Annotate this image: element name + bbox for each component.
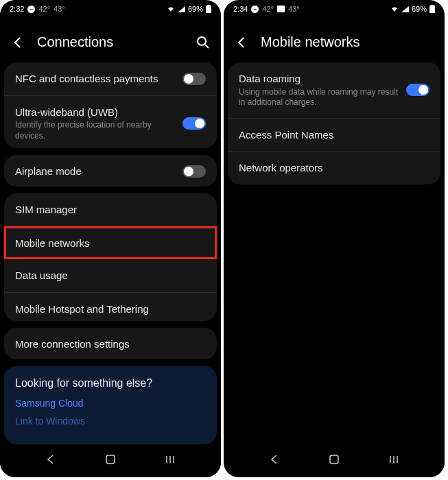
more-label: More connection settings [15, 337, 206, 351]
dnd-icon: − [27, 5, 35, 13]
row-uwb[interactable]: Ultra-wideband (UWB) Identify the precis… [4, 96, 217, 148]
row-hotspot[interactable]: Mobile Hotspot and Tethering [4, 293, 217, 321]
back-icon[interactable] [11, 36, 25, 49]
mobile-label: Mobile networks [15, 237, 206, 250]
hotspot-label: Mobile Hotspot and Tethering [15, 302, 206, 316]
roaming-sub: Using mobile data while roaming may resu… [239, 87, 406, 108]
phone-left: 2:32 − 42° 43° 69% Connections NFC and c… [0, 0, 221, 477]
nfc-label: NFC and contactless payments [15, 72, 182, 86]
card-connectivity: NFC and contactless payments Ultra-wideb… [4, 62, 217, 148]
row-operators[interactable]: Network operators [228, 152, 440, 184]
status-temp2: 43° [54, 5, 65, 13]
nav-back[interactable] [261, 453, 288, 466]
promo-link-cloud[interactable]: Samsung Cloud [15, 398, 206, 409]
airplane-label: Airplane mode [15, 165, 182, 178]
status-battery: 69% [188, 5, 203, 13]
battery-icon [429, 5, 435, 13]
wifi-icon [390, 5, 399, 12]
row-sim[interactable]: SIM manager [4, 193, 217, 227]
sim-label: SIM manager [15, 203, 206, 217]
uwb-toggle[interactable] [182, 117, 206, 130]
data-usage-label: Data usage [15, 269, 206, 283]
svg-rect-0 [206, 5, 211, 13]
status-bar: 2:32 − 42° 43° 69% [0, 0, 221, 18]
nav-bar [224, 444, 445, 477]
nav-back[interactable] [37, 453, 64, 466]
svg-rect-11 [330, 455, 338, 464]
status-temp1: 42° [38, 5, 50, 13]
status-left: 2:34 − 42° 43° [233, 5, 300, 13]
content: Data roaming Using mobile data while roa… [224, 62, 445, 444]
back-icon[interactable] [235, 36, 248, 49]
page-header: Connections [0, 18, 221, 62]
search-icon[interactable] [196, 36, 210, 49]
card-network: SIM manager Mobile networks Data usage M… [4, 193, 217, 321]
page-title: Connections [37, 34, 184, 50]
svg-rect-1 [207, 5, 210, 6]
signal-icon [401, 6, 409, 12]
image-icon [277, 5, 285, 12]
nav-recent[interactable] [380, 453, 408, 466]
nav-bar [0, 444, 221, 477]
roaming-label: Data roaming [239, 72, 406, 86]
page-title: Mobile networks [261, 34, 434, 50]
apn-label: Access Point Names [239, 128, 429, 142]
nav-recent[interactable] [156, 453, 184, 466]
card-mobile-networks: Data roaming Using mobile data while roa… [228, 62, 440, 184]
promo-title: Looking for something else? [15, 377, 206, 389]
uwb-sub: Identify the precise location of nearby … [15, 120, 182, 141]
card-airplane: Airplane mode [4, 155, 217, 187]
battery-icon [206, 5, 211, 13]
signal-icon [178, 6, 185, 12]
row-nfc[interactable]: NFC and contactless payments [4, 62, 217, 96]
status-bar: 2:34 − 42° 43° 69% [224, 0, 445, 18]
svg-point-2 [198, 37, 206, 45]
operators-label: Network operators [239, 161, 429, 175]
nfc-toggle[interactable] [182, 73, 206, 85]
status-time: 2:34 [233, 5, 248, 13]
row-apn[interactable]: Access Point Names [228, 119, 440, 152]
svg-rect-4 [106, 455, 115, 464]
status-time: 2:32 [10, 5, 24, 13]
roaming-toggle[interactable] [406, 84, 429, 96]
dnd-icon: − [251, 5, 259, 13]
row-mobile-networks[interactable]: Mobile networks [4, 226, 217, 259]
status-left: 2:32 − 42° 43° [10, 5, 65, 13]
row-data-roaming[interactable]: Data roaming Using mobile data while roa… [228, 62, 440, 119]
svg-rect-10 [431, 5, 434, 6]
page-header: Mobile networks [224, 18, 445, 62]
wifi-icon [167, 5, 175, 12]
status-right: 69% [167, 5, 211, 13]
nav-home[interactable] [320, 453, 348, 466]
row-data-usage[interactable]: Data usage [4, 259, 217, 293]
svg-line-3 [205, 45, 209, 48]
status-temp1: 42° [262, 5, 274, 13]
nav-home[interactable] [97, 453, 124, 466]
content: NFC and contactless payments Ultra-wideb… [0, 62, 221, 444]
promo-card: Looking for something else? Samsung Clou… [4, 366, 217, 444]
card-more: More connection settings [4, 328, 217, 359]
phone-right: 2:34 − 42° 43° 69% Mobile networks Data … [224, 0, 445, 477]
row-more-settings[interactable]: More connection settings [4, 328, 217, 359]
status-temp2: 43° [288, 5, 300, 13]
promo-link-windows[interactable]: Link to Windows [15, 416, 206, 427]
row-airplane[interactable]: Airplane mode [4, 155, 217, 187]
uwb-label: Ultra-wideband (UWB) [15, 106, 182, 119]
svg-rect-9 [429, 5, 435, 13]
svg-rect-8 [277, 5, 285, 12]
airplane-toggle[interactable] [182, 165, 206, 178]
status-right: 69% [390, 5, 435, 13]
status-battery: 69% [412, 5, 427, 13]
